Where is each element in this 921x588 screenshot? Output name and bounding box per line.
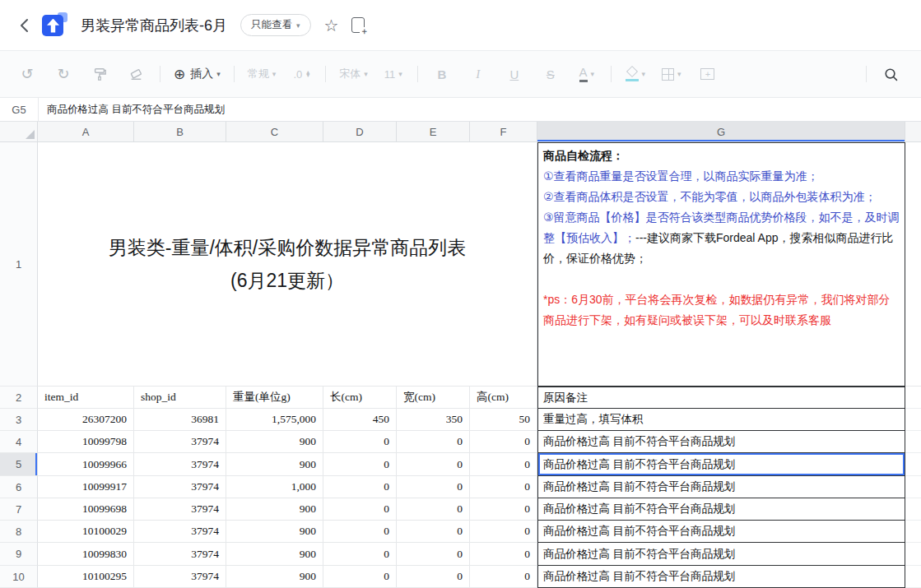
cell-reference-box[interactable]: G5 — [0, 98, 39, 121]
star-favorite-button[interactable]: ☆ — [324, 17, 339, 34]
column-header-f[interactable]: F — [470, 122, 537, 142]
cell-a9[interactable]: 10099830 — [38, 543, 134, 566]
row-header-8[interactable]: 8 — [0, 521, 38, 543]
column-header-b[interactable]: B — [134, 122, 226, 142]
row-header-4[interactable]: 4 — [0, 431, 38, 453]
cell-e10[interactable]: 0 — [397, 566, 470, 588]
cell-e5[interactable]: 0 — [397, 453, 470, 476]
font-size-select[interactable]: 11 ▾ — [383, 62, 404, 86]
cell-d8[interactable]: 0 — [323, 521, 397, 543]
back-button[interactable] — [15, 16, 33, 35]
cell-b7[interactable]: 37974 — [134, 498, 226, 521]
cell-a7[interactable]: 10099698 — [38, 498, 134, 521]
cell-a4[interactable]: 10099798 — [38, 431, 134, 453]
cell-e3[interactable]: 350 — [397, 409, 470, 431]
cell-e6[interactable]: 0 — [397, 476, 470, 498]
header-cell-item-id[interactable]: item_id — [38, 387, 134, 409]
cell-g10[interactable]: 商品价格过高 目前不符合平台商品规划 — [537, 566, 905, 588]
cell-g4[interactable]: 商品价格过高 目前不符合平台商品规划 — [537, 431, 905, 453]
cell-e9[interactable]: 0 — [397, 543, 470, 566]
note-cell-g1[interactable]: 商品自检流程： ①查看商品重量是否设置合理，以商品实际重量为准； ②查看商品体积… — [537, 142, 905, 387]
bold-button[interactable]: B — [431, 62, 453, 86]
cell-g5-active[interactable]: 商品价格过高 目前不符合平台商品规划 — [537, 453, 905, 476]
permission-badge[interactable]: 只能查看 ▾ — [240, 14, 311, 36]
header-cell-reason[interactable]: 原因备注 — [537, 387, 905, 409]
header-cell-length[interactable]: 长(cm) — [323, 387, 397, 409]
cell-b10[interactable]: 37974 — [134, 566, 226, 588]
cell-f5[interactable]: 0 — [470, 453, 537, 476]
cell-g6[interactable]: 商品价格过高 目前不符合平台商品规划 — [537, 476, 905, 498]
cell-e7[interactable]: 0 — [397, 498, 470, 521]
cell-g7[interactable]: 商品价格过高 目前不符合平台商品规划 — [537, 498, 905, 521]
cell-g8[interactable]: 商品价格过高 目前不符合平台商品规划 — [537, 521, 905, 543]
cell-f8[interactable]: 0 — [470, 521, 537, 543]
create-copy-button[interactable]: ＋ — [351, 17, 365, 33]
cell-b3[interactable]: 36981 — [134, 409, 226, 431]
cell-c8[interactable]: 900 — [226, 521, 323, 543]
font-color-button[interactable]: A ▾ — [576, 62, 598, 86]
cell-f10[interactable]: 0 — [470, 566, 537, 588]
cell-e8[interactable]: 0 — [397, 521, 470, 543]
formula-input[interactable]: 商品价格过高 目前不符合平台商品规划 — [39, 98, 921, 121]
cell-b5[interactable]: 37974 — [134, 453, 226, 476]
header-cell-width[interactable]: 宽(cm) — [397, 387, 470, 409]
cell-c7[interactable]: 900 — [226, 498, 323, 521]
strikethrough-button[interactable]: S — [540, 62, 561, 86]
decimal-stepper[interactable]: .0 ▴▾ — [291, 62, 312, 86]
select-all-corner[interactable] — [0, 122, 38, 142]
cell-e4[interactable]: 0 — [397, 431, 470, 453]
header-cell-shop-id[interactable]: shop_id — [134, 387, 226, 409]
cell-f7[interactable]: 0 — [470, 498, 537, 521]
cell-f6[interactable]: 0 — [470, 476, 537, 498]
header-cell-height[interactable]: 高(cm) — [470, 387, 537, 409]
column-header-a[interactable]: A — [38, 122, 134, 142]
row-header-10[interactable]: 10 — [0, 566, 38, 588]
merged-title-cell-a1[interactable]: 男装类-重量/体积/采购价数据异常商品列表 (6月21更新） — [38, 142, 537, 387]
fill-color-button[interactable]: ▾ — [625, 62, 646, 86]
cell-c4[interactable]: 900 — [226, 431, 323, 453]
cell-g9[interactable]: 商品价格过高 目前不符合平台商品规划 — [537, 543, 905, 566]
cell-c3[interactable]: 1,575,000 — [226, 409, 323, 431]
cell-d10[interactable]: 0 — [323, 566, 397, 588]
column-header-c[interactable]: C — [226, 122, 323, 142]
cell-d3[interactable]: 450 — [323, 409, 397, 431]
row-header-2[interactable]: 2 — [0, 387, 38, 409]
column-header-e[interactable]: E — [397, 122, 470, 142]
eraser-button[interactable] — [125, 62, 147, 86]
cell-a6[interactable]: 10099917 — [38, 476, 134, 498]
cell-b4[interactable]: 37974 — [134, 431, 226, 453]
cell-b9[interactable]: 37974 — [134, 543, 226, 566]
merge-cells-button[interactable] — [697, 62, 719, 86]
undo-button[interactable]: ↺ — [16, 62, 38, 86]
borders-button[interactable]: ▾ — [661, 62, 682, 86]
cell-c9[interactable]: 900 — [226, 543, 323, 566]
cell-f9[interactable]: 0 — [470, 543, 537, 566]
cell-f3[interactable]: 50 — [470, 409, 537, 431]
column-header-d[interactable]: D — [323, 122, 397, 142]
row-header-7[interactable]: 7 — [0, 498, 38, 521]
italic-button[interactable]: I — [467, 62, 489, 86]
cell-a10[interactable]: 10100295 — [38, 566, 134, 588]
number-format-select[interactable]: 常规 ▾ — [248, 62, 277, 86]
row-header-1[interactable]: 1 — [0, 142, 38, 387]
format-painter-button[interactable] — [89, 62, 110, 86]
cell-a3[interactable]: 26307200 — [38, 409, 134, 431]
cell-d5[interactable]: 0 — [323, 453, 397, 476]
cell-c5[interactable]: 900 — [226, 453, 323, 476]
cell-b8[interactable]: 37974 — [134, 521, 226, 543]
column-header-g-selected[interactable]: G — [537, 122, 905, 142]
underline-button[interactable]: U — [504, 62, 525, 86]
cell-d7[interactable]: 0 — [323, 498, 397, 521]
row-header-3[interactable]: 3 — [0, 409, 38, 431]
cell-a5[interactable]: 10099966 — [38, 453, 134, 476]
cell-d9[interactable]: 0 — [323, 543, 397, 566]
cell-d6[interactable]: 0 — [323, 476, 397, 498]
search-button[interactable] — [880, 62, 901, 86]
cell-c10[interactable]: 900 — [226, 566, 323, 588]
cell-c6[interactable]: 1,000 — [226, 476, 323, 498]
row-header-9[interactable]: 9 — [0, 543, 38, 566]
row-header-5-selected[interactable]: 5 — [0, 453, 38, 476]
column-header-h-sliver[interactable] — [905, 122, 921, 142]
insert-button[interactable]: ⊕ 插入 ▾ — [174, 62, 221, 86]
header-cell-weight[interactable]: 重量(单位g) — [226, 387, 323, 409]
